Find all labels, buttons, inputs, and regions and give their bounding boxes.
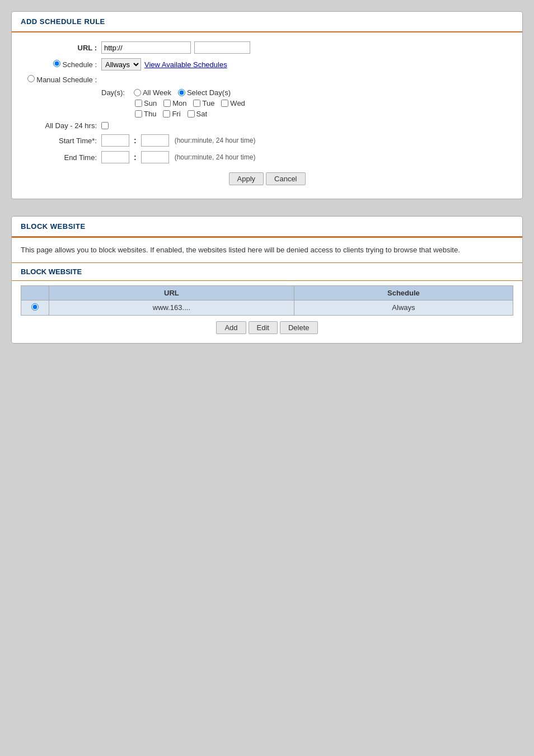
row-url-value: www.163.... [153,303,190,312]
end-time-controls: : (hour:minute, 24 hour time) [101,151,255,163]
thu-checkbox[interactable] [135,110,142,118]
end-time-hour[interactable] [101,151,129,163]
url-input-field2[interactable] [194,41,250,54]
block-website-table-title: BLOCK WEBSITE [21,267,513,276]
row-select-radio[interactable] [31,303,39,311]
days-block: Day(s): All Week Select Day(s) Sun [101,88,511,118]
row-url-cell: www.163.... [49,300,294,315]
tue-day[interactable]: Tue [193,99,214,107]
end-time-colon: : [133,153,138,162]
days-label: Day(s): [101,88,125,97]
fri-day[interactable]: Fri [163,110,180,118]
all-day-checkbox[interactable] [101,122,109,129]
row-schedule-cell: Always [294,300,513,315]
table-head: URL Schedule [21,285,513,300]
schedule-label: Schedule : [23,60,101,69]
block-website-title: BLOCK WEBSITE [21,222,513,231]
mon-day[interactable]: Mon [163,99,186,107]
end-time-label: End Time: [23,153,101,162]
start-time-controls: : (hour:minute, 24 hour time) [101,134,255,147]
url-controls [101,41,250,54]
schedule-controls: Allways Always Custom View Available Sch… [101,58,227,71]
add-schedule-rule-panel: ADD SCHEDULE RULE URL : Schedule : Allwa… [11,11,523,199]
block-website-table: URL Schedule www.163.... Always [21,285,513,316]
block-website-btn-row: Add Edit Delete [21,321,513,334]
manual-schedule-label-container: Manual Schedule : [23,75,101,84]
col-url: URL [49,285,294,300]
url-input-field[interactable] [101,41,191,54]
start-time-row: Start Time*: : (hour:minute, 24 hour tim… [23,134,511,147]
days-row-1: Sun Mon Tue Wed [135,99,511,107]
manual-schedule-label: Manual Schedule : [36,76,97,84]
table-row: www.163.... Always [21,300,513,315]
fri-label: Fri [172,110,180,118]
select-days-label: Select Day(s) [187,88,231,97]
all-day-controls [101,122,109,129]
schedule-radio[interactable] [53,60,60,67]
cancel-button[interactable]: Cancel [266,172,305,185]
all-week-radio[interactable] [134,89,141,96]
manual-schedule-radio[interactable] [27,75,35,82]
manual-schedule-row: Manual Schedule : [23,75,511,84]
sun-checkbox[interactable] [135,100,142,107]
col-schedule: Schedule [294,285,513,300]
block-website-panel: BLOCK WEBSITE This page allows you to bl… [11,216,523,344]
sat-checkbox[interactable] [188,110,195,118]
end-time-hint: (hour:minute, 24 hour time) [175,153,256,161]
all-day-label: All Day - 24 hrs: [23,121,101,130]
col-select [21,285,49,300]
add-schedule-rule-body: URL : Schedule : Allways Always Custom [12,32,522,199]
end-time-min[interactable] [141,151,169,163]
wed-checkbox[interactable] [221,100,228,107]
table-header-row: URL Schedule [21,285,513,300]
select-days-radio[interactable] [178,89,185,96]
all-week-label: All Week [143,88,171,97]
row-schedule-value: Always [392,303,415,312]
end-time-row: End Time: : (hour:minute, 24 hour time) [23,151,511,163]
start-time-label: Start Time*: [23,137,101,145]
thu-label: Thu [144,110,156,118]
start-time-colon: : [133,136,138,145]
schedule-row: Schedule : Allways Always Custom View Av… [23,58,511,71]
select-days-option[interactable]: Select Day(s) [178,88,231,97]
thu-day[interactable]: Thu [135,110,156,118]
add-schedule-rule-title: ADD SCHEDULE RULE [21,17,513,26]
sun-label: Sun [144,99,157,107]
wed-label: Wed [230,99,245,107]
all-week-option[interactable]: All Week [134,88,171,97]
block-website-table-wrapper: URL Schedule www.163.... Always [12,281,522,343]
view-schedules-link[interactable]: View Available Schedules [144,60,227,69]
mon-label: Mon [172,99,186,107]
add-schedule-rule-header: ADD SCHEDULE RULE [12,12,522,32]
schedule-select[interactable]: Allways Always Custom [101,58,141,71]
schedule-radio-selected[interactable] [53,60,63,69]
tue-checkbox[interactable] [193,100,200,107]
add-schedule-btn-row: Apply Cancel [23,172,511,185]
start-time-hint: (hour:minute, 24 hour time) [175,137,256,144]
edit-button[interactable]: Edit [249,321,278,334]
apply-button[interactable]: Apply [229,172,264,185]
start-time-min[interactable] [141,134,169,147]
add-button[interactable]: Add [216,321,246,334]
row-select-cell[interactable] [21,300,49,315]
table-body: www.163.... Always [21,300,513,315]
sat-day[interactable]: Sat [188,110,208,118]
tue-label: Tue [202,99,214,107]
all-day-row: All Day - 24 hrs: [23,121,511,130]
days-options-row: Day(s): All Week Select Day(s) [101,88,511,97]
block-website-table-header: BLOCK WEBSITE [12,263,522,281]
block-website-description: This page allows you to block websites. … [12,238,522,262]
url-row: URL : [23,41,511,54]
mon-checkbox[interactable] [163,100,171,107]
sun-day[interactable]: Sun [135,99,157,107]
start-time-hour[interactable] [101,134,129,147]
fri-checkbox[interactable] [163,110,170,118]
delete-button[interactable]: Delete [280,321,318,334]
sat-label: Sat [196,110,208,118]
wed-day[interactable]: Wed [221,99,245,107]
days-row-2: Thu Fri Sat [135,110,511,118]
url-label: URL : [23,44,101,52]
block-website-header: BLOCK WEBSITE [12,217,522,237]
